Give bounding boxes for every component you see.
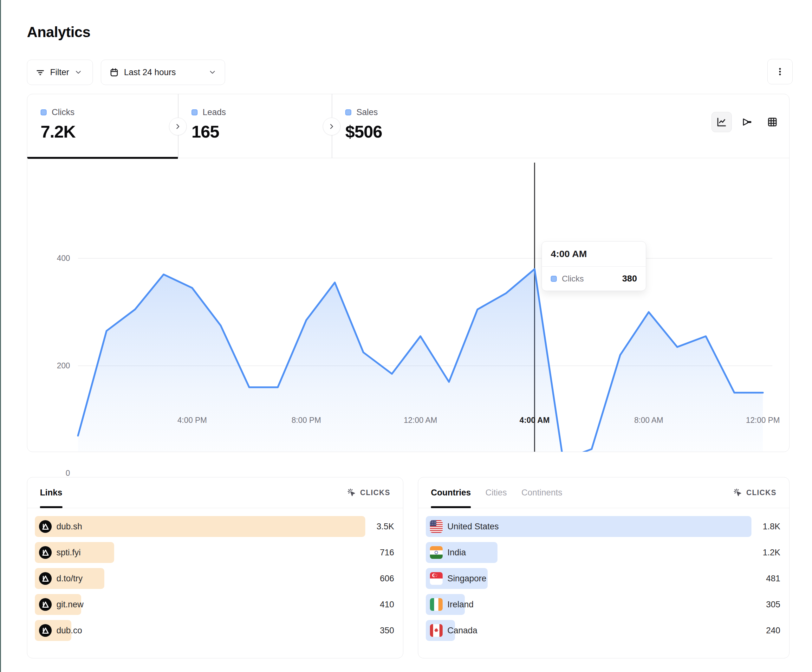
sales-label: Sales [357,107,378,117]
dub-logo-icon [39,546,52,559]
page-edge-strip [0,0,1,672]
chevron-down-icon [208,68,217,77]
link-row[interactable]: git.new410 [35,594,396,615]
value-bar [35,516,365,537]
chevron-right-icon [328,122,336,131]
y-axis-tick-label: 0 [45,469,70,478]
table-view-button[interactable] [762,112,783,132]
dub-logo-icon [39,520,52,533]
row-value: 3.5K [376,516,394,537]
leads-swatch-icon [191,109,198,115]
x-axis-tick-label: 12:00 PM [746,416,780,425]
link-row[interactable]: d.to/try606 [35,568,396,589]
chevron-right-icon [174,122,182,131]
leads-value: 165 [191,122,332,142]
sales-value: $506 [345,122,522,142]
links-metric-label: CLICKS [360,488,390,497]
row-label: Canada [447,620,478,641]
flag-ca-icon [430,624,443,637]
calendar-icon [109,68,119,77]
x-axis-tick-label: 4:00 PM [177,416,207,425]
tab-leads[interactable]: Leads 165 [178,94,332,158]
clicks-swatch-icon [41,109,47,115]
more-options-button[interactable] [767,59,793,84]
row-label: spti.fyi [56,542,81,563]
clicks-area-chart[interactable]: 0200400 4:00 PM8:00 PM12:00 AM4:00 AM8:0… [27,158,789,452]
row-label: Ireland [447,594,474,615]
tooltip-value: 380 [622,273,637,284]
filter-button[interactable]: Filter [27,60,93,85]
flag-sg-icon [430,572,443,585]
tab-clicks[interactable]: Clicks 7.2K [27,94,178,158]
leads-label: Leads [203,107,226,117]
row-label: India [447,542,466,563]
stats-row: Clicks 7.2K Leads 165 Sales $506 [27,94,789,158]
country-row[interactable]: Ireland305 [426,594,781,615]
filter-icon [36,68,45,77]
page-title: Analytics [27,24,90,41]
links-metric-toggle[interactable]: CLICKS [347,488,390,497]
date-range-button[interactable]: Last 24 hours [101,60,225,85]
x-axis-tick-label: 8:00 PM [292,416,321,425]
country-row[interactable]: United States1.8K [426,516,781,537]
tooltip-series-label: Clicks [562,274,584,284]
chevron-down-icon [74,68,82,77]
chart-canvas [27,158,789,452]
row-label: United States [447,516,499,537]
kebab-menu-icon [775,67,785,77]
analytics-card: Clicks 7.2K Leads 165 Sales $506 [27,94,790,452]
date-range-label: Last 24 hours [124,68,176,77]
x-axis-tick-label: 8:00 AM [634,416,663,425]
dub-logo-icon [39,572,52,585]
y-axis-tick-label: 200 [45,361,70,370]
country-row[interactable]: Singapore481 [426,568,781,589]
clicks-value: 7.2K [41,122,178,142]
x-axis-tick-label: 4:00 AM [520,416,550,425]
link-row[interactable]: dub.co350 [35,620,396,641]
filter-button-label: Filter [50,68,69,77]
dub-logo-icon [39,598,52,611]
tab-continents[interactable]: Continents [522,478,563,508]
flag-ie-icon [430,598,443,611]
cursor-click-icon [733,488,742,497]
row-value: 606 [380,568,394,589]
expand-clicks-button[interactable] [169,118,187,135]
tooltip-time: 4:00 AM [542,242,646,266]
countries-metric-label: CLICKS [746,488,776,497]
line-chart-view-button[interactable] [711,112,732,132]
tab-countries[interactable]: Countries [431,478,471,508]
chart-tooltip: 4:00 AM Clicks 380 [542,241,646,291]
country-row[interactable]: Canada240 [426,620,781,641]
chart-type-toggle [711,112,783,132]
row-value: 410 [380,594,394,615]
row-label: dub.sh [56,516,82,537]
flag-us-icon [430,520,443,533]
row-value: 716 [380,542,394,563]
countries-panel: CountriesCitiesContinents CLICKS United … [418,477,790,658]
row-label: d.to/try [56,568,83,589]
expand-leads-button[interactable] [323,118,341,135]
tab-links[interactable]: Links [40,478,63,508]
row-label: dub.co [56,620,82,641]
links-panel: Links CLICKS dub.sh3.5K spti.fyi716 d.to… [27,477,403,658]
country-row[interactable]: India1.2K [426,542,781,563]
clicks-label: Clicks [52,107,75,117]
row-value: 1.8K [763,516,780,537]
row-label: Singapore [447,568,486,589]
cursor-click-icon [347,488,357,497]
grid-icon [767,116,778,128]
tab-cities[interactable]: Cities [485,478,507,508]
flag-in-icon [430,546,443,559]
link-row[interactable]: dub.sh3.5K [35,516,396,537]
tab-sales[interactable]: Sales $506 [332,94,522,158]
row-value: 481 [766,568,780,589]
countries-metric-toggle[interactable]: CLICKS [733,488,776,497]
dub-logo-icon [39,624,52,637]
tooltip-swatch-icon [551,276,557,282]
y-axis-tick-label: 400 [45,254,70,263]
row-value: 1.2K [763,542,780,563]
row-value: 350 [380,620,394,641]
link-row[interactable]: spti.fyi716 [35,542,396,563]
funnel-icon [741,116,753,128]
funnel-view-button[interactable] [737,112,757,132]
